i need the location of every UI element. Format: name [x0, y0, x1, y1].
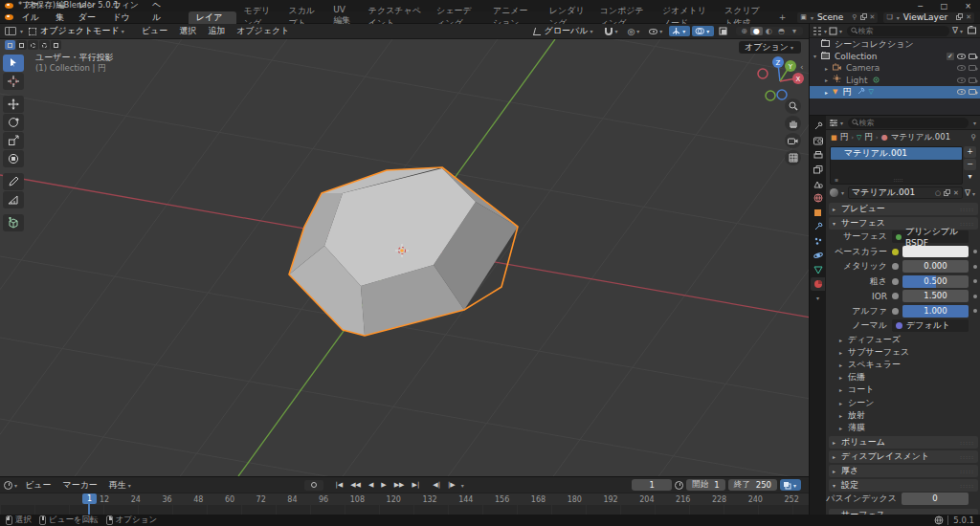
timeline-menu-item[interactable]: ビュー [19, 479, 56, 492]
filter-dropdown[interactable]: ∇▾ [952, 26, 965, 35]
timeline-ruler[interactable]: 1224364860728496108120132144156168180192… [0, 493, 809, 505]
outliner-row-camera[interactable]: ▸ Camera [810, 62, 980, 75]
tab-object[interactable] [811, 206, 825, 219]
transform-orientation-dropdown[interactable]: グローバル ▾ [534, 25, 595, 37]
copy-icon[interactable] [860, 13, 867, 21]
viewport-canvas[interactable]: ユーザー・平行投影 (1) Collection | 円 オプション ▾ ‹ Z… [0, 39, 809, 476]
properties-editor-dropdown[interactable]: ▾ [829, 119, 845, 127]
subpanel-header[interactable]: ▸シーン [826, 396, 980, 408]
timeline-editor-icon[interactable] [4, 481, 12, 490]
material-slot-list[interactable]: マテリアル.001 ▪::::: [830, 146, 963, 185]
use-preview-range-icon[interactable] [675, 481, 683, 490]
viewport-menu-item[interactable]: 選択 [173, 25, 202, 37]
proportional-editing-toggle[interactable]: ◎▾ [624, 26, 644, 37]
subpanel-header[interactable]: ▸ディフューズ [826, 334, 980, 346]
outliner-row-selected-object[interactable]: ▸ ▼ 円 ▽ [810, 86, 980, 99]
pass-index-field[interactable]: 0 [902, 493, 969, 505]
disable-render-icon[interactable] [969, 54, 976, 59]
outliner-search[interactable] [847, 26, 949, 36]
subpanel-header[interactable]: ▸サブサーフェス [826, 346, 980, 359]
gizmos-toggle[interactable]: ▾ [669, 26, 690, 36]
outliner-editor-dropdown[interactable]: ▾ [813, 27, 829, 35]
zoom-button[interactable] [785, 99, 801, 114]
tab-material[interactable] [811, 277, 825, 291]
mode-dropdown[interactable]: オブジェクトモード ▾ [29, 25, 126, 37]
roughness-slider[interactable]: 0.500 [902, 275, 969, 288]
close-button[interactable]: × [956, 2, 980, 11]
material-specials-dropdown[interactable]: ∇▾ [965, 188, 977, 198]
snap-toggle[interactable]: ▾ [602, 27, 622, 36]
subpanel-header[interactable]: ▸薄膜 [826, 422, 980, 434]
keyframe-dot[interactable] [973, 265, 977, 269]
display-mode-dropdown[interactable]: ▾ [829, 27, 844, 35]
properties-search-input[interactable] [859, 119, 965, 127]
select-paint-button[interactable] [51, 40, 61, 50]
timeline-menu-item[interactable]: マーカー [56, 479, 102, 492]
viewport-menu-item[interactable]: オブジェクト [231, 25, 295, 37]
shading-rendered-button[interactable]: ◓ [775, 27, 788, 35]
camera-view-button[interactable] [785, 133, 801, 148]
measure-tool[interactable] [3, 191, 24, 208]
transport-button[interactable]: ▶ [377, 481, 390, 489]
tab-render[interactable] [811, 134, 825, 147]
keyframe-dot[interactable] [973, 250, 977, 253]
frame-start-field[interactable]: 開始1 [686, 479, 724, 491]
material-slot-active[interactable]: マテリアル.001 [831, 147, 962, 160]
hide-viewport-icon[interactable] [957, 65, 966, 71]
unlink-icon[interactable]: ✕ [870, 13, 876, 21]
keying-set-button[interactable]: ▾ [780, 479, 801, 491]
playback-menu[interactable]: 再生▾ [103, 479, 139, 492]
add-slot-button[interactable]: + [964, 146, 976, 158]
transform-tool[interactable] [3, 150, 24, 167]
blender-menu-icon[interactable] [5, 14, 11, 21]
add-cube-tool[interactable] [3, 214, 24, 231]
editor-type-icon[interactable] [5, 27, 16, 35]
surface-shader-select[interactable]: プリンシプルBSDF [892, 230, 969, 243]
material-name-field[interactable]: マテリアル.001 ○ ✕ [848, 186, 963, 199]
slot-specials-button[interactable]: ▾ [964, 171, 976, 183]
pin-icon[interactable]: ⚲ [852, 13, 857, 21]
subpanel-header[interactable]: ▸放射 [826, 409, 980, 422]
panel-preview[interactable]: ▸ プレビュー ::::: [829, 203, 978, 215]
viewport-menu-item[interactable]: 追加 [202, 25, 231, 37]
copy-icon[interactable] [956, 13, 963, 21]
disable-render-icon[interactable] [969, 89, 976, 95]
tab-tool[interactable] [811, 120, 825, 133]
panel-header[interactable]: ▸厚さ::::: [829, 465, 978, 477]
duplicate-icon[interactable] [944, 189, 950, 197]
visibility-dropdown[interactable]: ▾ [646, 27, 667, 35]
panel-settings[interactable]: ▾ 設定 ::::: [829, 479, 978, 492]
material-sphere-icon[interactable] [830, 188, 838, 197]
base-color-swatch[interactable] [902, 246, 969, 257]
shading-solid-button[interactable]: ● [750, 27, 763, 35]
tab-particles[interactable] [811, 234, 825, 248]
select-circle-button[interactable] [28, 40, 38, 50]
shading-wireframe-button[interactable]: ⊕ [738, 27, 750, 35]
select-lasso-button[interactable] [39, 40, 50, 50]
metallic-slider[interactable]: 0.000 [902, 260, 969, 273]
keyframe-dot[interactable] [973, 309, 977, 313]
subpanel-header[interactable]: ▸コート [826, 384, 980, 396]
overlays-toggle[interactable]: ▾ [692, 26, 714, 36]
properties-search[interactable] [848, 118, 969, 128]
remove-icon[interactable]: ✕ [966, 13, 971, 21]
fake-user-icon[interactable]: ○ [935, 189, 941, 197]
frame-step-button[interactable]: ◀| [429, 481, 444, 489]
pan-button[interactable] [785, 116, 801, 131]
panel-header[interactable]: ▸ディスプレイスメント::::: [829, 450, 978, 463]
auto-keying-toggle[interactable] [304, 480, 323, 491]
transport-button[interactable]: ◀ [365, 481, 377, 489]
view-layer-selector[interactable]: ❏ ▾ ViewLayer ✕ [883, 12, 974, 23]
outliner-row-collection[interactable]: ▾ Collection ✓ [810, 51, 980, 63]
current-frame-field[interactable]: 1 [632, 479, 672, 491]
minimize-button[interactable]: − [908, 2, 932, 11]
playhead[interactable]: 1 [82, 493, 97, 504]
scene-selector[interactable]: ▣ ▾ Scene ⚲ ✕ [797, 12, 878, 23]
select-tweak-button[interactable] [5, 40, 15, 50]
tab-view-layer[interactable] [811, 163, 825, 176]
tab-scene[interactable] [811, 177, 825, 190]
cursor-tool[interactable] [3, 73, 24, 90]
keyframe-dot[interactable] [973, 279, 977, 283]
tab-object-data[interactable] [811, 263, 825, 276]
hide-viewport-icon[interactable] [957, 54, 966, 59]
